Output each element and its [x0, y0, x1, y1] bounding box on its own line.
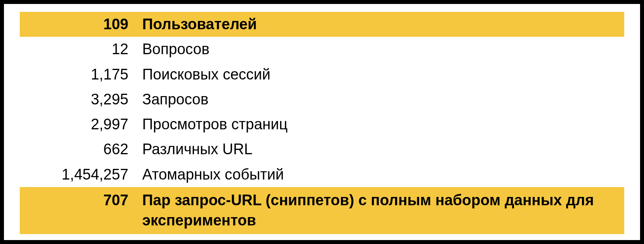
table-row: 109 Пользователей: [20, 12, 624, 37]
stat-value: 109: [20, 14, 142, 34]
stat-value: 3,295: [20, 89, 142, 110]
table-row: 662 Различных URL: [20, 137, 624, 162]
stat-label: Пар запрос-URL (сниппетов) с полным набо…: [142, 190, 624, 231]
stat-value: 1,454,257: [20, 165, 142, 185]
table-row: 3,295 Запросов: [20, 87, 624, 112]
table-row: 2,997 Просмотров страниц: [20, 112, 624, 137]
table-row: 12 Вопросов: [20, 37, 624, 62]
stat-value: 662: [20, 139, 142, 159]
stat-value: 707: [20, 190, 142, 210]
stats-table: 109 Пользователей 12 Вопросов 1,175 Поис…: [4, 4, 640, 240]
stat-value: 12: [20, 39, 142, 59]
stat-value: 1,175: [20, 64, 142, 85]
table-row: 1,175 Поисковых сессий: [20, 62, 624, 87]
stat-label: Вопросов: [142, 39, 624, 59]
stat-value: 2,997: [20, 114, 142, 134]
table-row: 1,454,257 Атомарных событий: [20, 162, 624, 187]
stat-label: Запросов: [142, 89, 624, 110]
stat-label: Различных URL: [142, 139, 624, 159]
stat-label: Поисковых сессий: [142, 64, 624, 85]
stat-label: Просмотров страниц: [142, 114, 624, 134]
stat-label: Атомарных событий: [142, 165, 624, 185]
stat-label: Пользователей: [142, 14, 624, 34]
table-row: 707 Пар запрос-URL (сниппетов) с полным …: [20, 187, 624, 234]
